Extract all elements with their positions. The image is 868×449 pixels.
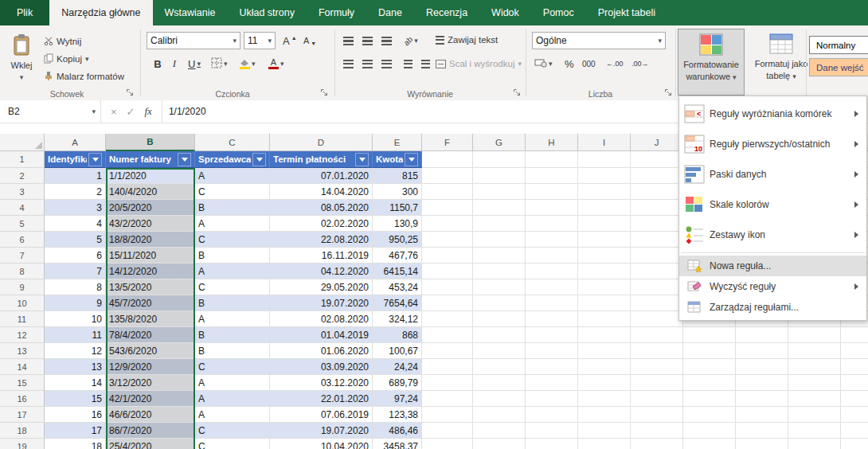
cell-C17[interactable]: A	[195, 407, 270, 423]
comma-style-button[interactable]: 000	[580, 54, 598, 73]
cell-I16[interactable]	[578, 391, 631, 407]
cell-A16[interactable]: 15	[45, 391, 106, 407]
cell-G17[interactable]	[473, 407, 526, 423]
cell-C15[interactable]: A	[195, 375, 270, 391]
cell-H5[interactable]	[526, 216, 578, 232]
cell-E5[interactable]: 130,9	[373, 216, 422, 232]
cell-B1[interactable]: Numer faktury	[106, 151, 195, 168]
column-header-I[interactable]: I	[578, 134, 631, 151]
align-center-button[interactable]	[360, 54, 375, 73]
cell-I9[interactable]	[578, 279, 631, 295]
cell-B2[interactable]: 1/1/2020	[106, 168, 195, 184]
row-header-1[interactable]: 1	[0, 151, 45, 168]
cell-H13[interactable]	[526, 343, 578, 359]
decrease-decimal-button[interactable]: .00→	[629, 54, 651, 73]
align-left-button[interactable]	[341, 54, 356, 73]
cell-F14[interactable]	[422, 359, 473, 375]
cell-D2[interactable]: 07.01.2020	[270, 168, 373, 184]
cell-F6[interactable]	[422, 232, 473, 248]
cell-C16[interactable]: A	[195, 391, 270, 407]
cell-C1[interactable]: Sprzedawca	[195, 151, 270, 168]
cell-A5[interactable]: 4	[45, 216, 106, 232]
row-header-5[interactable]: 5	[0, 216, 45, 232]
cell-E14[interactable]: 24,24	[373, 359, 422, 375]
cell-J10[interactable]	[631, 295, 683, 311]
cell-D9[interactable]: 29.05.2020	[270, 279, 373, 295]
cell-x1013[interactable]	[683, 343, 736, 359]
cell-I13[interactable]	[578, 343, 631, 359]
row-header-13[interactable]: 13	[0, 343, 45, 359]
cell-F4[interactable]	[422, 200, 473, 216]
column-header-J[interactable]: J	[631, 134, 683, 151]
cell-A11[interactable]: 10	[45, 311, 106, 327]
column-header-C[interactable]: C	[195, 134, 270, 151]
cell-x1312[interactable]	[841, 327, 868, 343]
cell-x1019[interactable]	[683, 439, 736, 449]
borders-button[interactable]: ▾	[209, 54, 230, 73]
cell-J13[interactable]	[631, 343, 683, 359]
cell-H7[interactable]	[526, 248, 578, 264]
cell-D6[interactable]: 22.08.2020	[270, 232, 373, 248]
cell-style-input[interactable]: Dane wejść	[809, 58, 868, 76]
cell-E17[interactable]: 123,38	[373, 407, 422, 423]
cell-A7[interactable]: 6	[45, 248, 106, 264]
cell-B5[interactable]: 43/2/2020	[106, 216, 195, 232]
cell-I1[interactable]	[578, 151, 631, 168]
cell-C9[interactable]: C	[195, 279, 270, 295]
cell-I10[interactable]	[578, 295, 631, 311]
bold-button[interactable]: B	[148, 54, 167, 73]
cell-G4[interactable]	[473, 200, 526, 216]
cell-style-normal[interactable]: Normalny	[809, 36, 868, 54]
cell-A14[interactable]: 13	[45, 359, 106, 375]
cell-C4[interactable]: B	[195, 200, 270, 216]
cell-G11[interactable]	[473, 311, 526, 327]
cell-A9[interactable]: 8	[45, 279, 106, 295]
format-painter-button[interactable]: Malarz formatów	[41, 68, 127, 84]
cell-x1214[interactable]	[788, 359, 841, 375]
cell-x1115[interactable]	[736, 375, 788, 391]
paste-button[interactable]: Wklej ▾	[4, 29, 39, 94]
cell-J7[interactable]	[631, 248, 683, 264]
cell-E3[interactable]: 300	[373, 184, 422, 200]
cell-I8[interactable]	[578, 264, 631, 279]
tab-dane[interactable]: Dane	[366, 0, 414, 25]
row-header-2[interactable]: 2	[0, 168, 45, 184]
cell-B13[interactable]: 543/6/2020	[106, 343, 195, 359]
cell-x1113[interactable]	[736, 343, 788, 359]
row-header-9[interactable]: 9	[0, 279, 45, 295]
cell-B15[interactable]: 3/12/2020	[106, 375, 195, 391]
cell-D7[interactable]: 16.11.2019	[270, 248, 373, 264]
cell-C10[interactable]: B	[195, 295, 270, 311]
alignment-dialog-launcher[interactable]	[513, 88, 522, 98]
cell-A19[interactable]: 18	[45, 439, 106, 449]
column-header-D[interactable]: D	[270, 134, 373, 151]
cell-x1317[interactable]	[841, 407, 868, 423]
cell-F5[interactable]	[422, 216, 473, 232]
cell-D3[interactable]: 14.04.2020	[270, 184, 373, 200]
tab-narzedzia-glowne[interactable]: Narzędzia główne	[49, 0, 152, 25]
tab-formuly[interactable]: Formuły	[307, 0, 366, 25]
cell-H3[interactable]	[526, 184, 578, 200]
cell-J9[interactable]	[631, 279, 683, 295]
cell-C6[interactable]: C	[195, 232, 270, 248]
cell-x1012[interactable]	[683, 327, 736, 343]
cell-B3[interactable]: 140/4/2020	[106, 184, 195, 200]
orientation-button[interactable]: ab▾	[401, 31, 420, 50]
number-dialog-launcher[interactable]	[664, 88, 674, 98]
cell-A3[interactable]: 2	[45, 184, 106, 200]
menu-item-new-rule[interactable]: Nowa reguła...	[679, 256, 866, 276]
cell-x1119[interactable]	[736, 439, 788, 449]
filter-button[interactable]	[88, 153, 102, 166]
row-header-4[interactable]: 4	[0, 200, 45, 216]
cell-H11[interactable]	[526, 311, 578, 327]
cell-H14[interactable]	[526, 359, 578, 375]
format-as-table-button[interactable]: Formatuj jako tabelę ▾	[748, 29, 815, 96]
cell-I7[interactable]	[578, 248, 631, 264]
cell-H6[interactable]	[526, 232, 578, 248]
cell-x1213[interactable]	[788, 343, 841, 359]
cell-F11[interactable]	[422, 311, 473, 327]
cell-B17[interactable]: 46/6/2020	[106, 407, 195, 423]
cell-D17[interactable]: 07.06.2019	[270, 407, 373, 423]
cell-C18[interactable]: C	[195, 423, 270, 439]
column-header-H[interactable]: H	[526, 134, 578, 151]
